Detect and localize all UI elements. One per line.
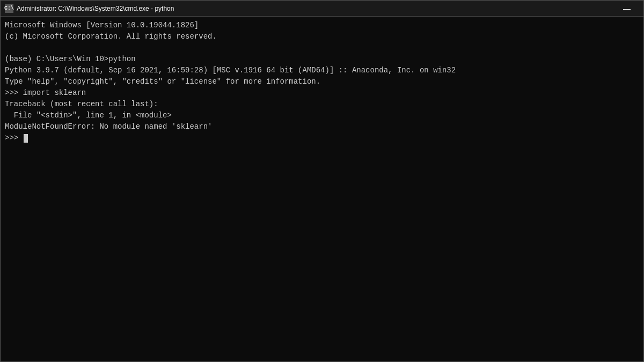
title-bar: C:\ Administrator: C:\Windows\System32\c… [1, 1, 643, 17]
console-line-6: Type "help", "copyright", "credits" or "… [5, 76, 639, 87]
console-body[interactable]: Microsoft Windows [Version 10.0.19044.18… [1, 17, 643, 361]
console-line-2: (c) Microsoft Corporation. All rights re… [5, 31, 639, 42]
cmd-icon-text: C:\ [4, 5, 14, 11]
title-bar-left: C:\ Administrator: C:\Windows\System32\c… [5, 4, 174, 13]
console-prompt-line: >>> [5, 132, 639, 144]
minimize-button[interactable]: — [614, 1, 639, 17]
cmd-window: C:\ Administrator: C:\Windows\System32\c… [0, 0, 644, 362]
console-prompt: >>> [5, 132, 23, 144]
console-line-7: >>> import sklearn [5, 87, 639, 99]
console-line-8: Traceback (most recent call last): [5, 99, 639, 110]
console-line-3 [5, 42, 639, 54]
console-line-5: Python 3.9.7 (default, Sep 16 2021, 16:5… [5, 65, 639, 76]
console-line-9: File "<stdin>", line 1, in <module> [5, 110, 639, 121]
minimize-icon: — [623, 4, 631, 13]
console-line-1: Microsoft Windows [Version 10.0.19044.18… [5, 20, 639, 31]
window-controls: — [614, 1, 639, 17]
cmd-icon: C:\ [5, 4, 13, 13]
console-line-4: (base) C:\Users\Win 10>python [5, 54, 639, 65]
cursor [24, 134, 28, 143]
window-title: Administrator: C:\Windows\System32\cmd.e… [17, 5, 174, 12]
console-line-10: ModuleNotFoundError: No module named 'sk… [5, 121, 639, 132]
